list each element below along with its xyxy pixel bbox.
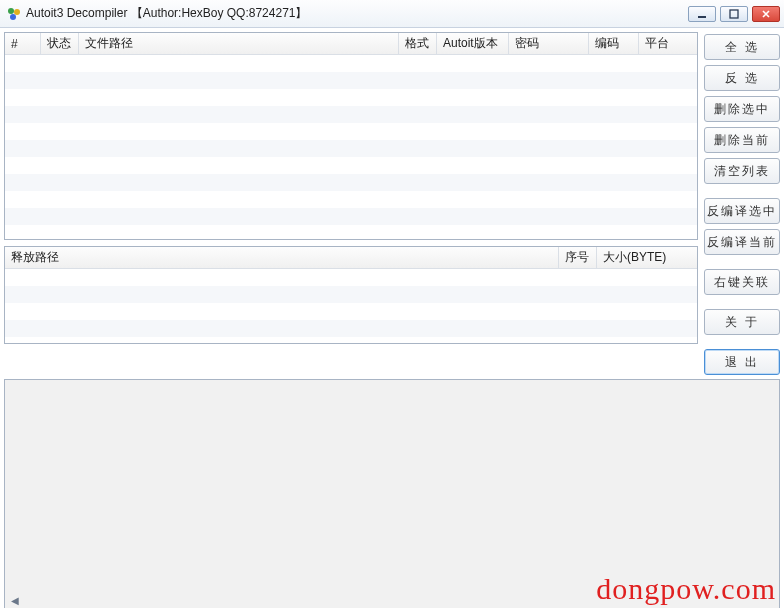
table-row bbox=[5, 191, 697, 208]
col-seq[interactable]: 序号 bbox=[559, 247, 597, 268]
rclick-assoc-button[interactable]: 右键关联 bbox=[704, 269, 780, 295]
table-row bbox=[5, 72, 697, 89]
table-row bbox=[5, 89, 697, 106]
app-icon bbox=[6, 6, 22, 22]
col-autoit-version[interactable]: Autoit版本 bbox=[437, 33, 509, 54]
table-row bbox=[5, 208, 697, 225]
release-listview[interactable]: 释放路径 序号 大小(BYTE) bbox=[4, 246, 698, 344]
table-row bbox=[5, 174, 697, 191]
col-encoding[interactable]: 编码 bbox=[589, 33, 639, 54]
scroll-left-icon[interactable]: ◀ bbox=[8, 593, 22, 607]
minimize-button[interactable] bbox=[688, 6, 716, 22]
col-num[interactable]: # bbox=[5, 33, 41, 54]
table-row bbox=[5, 55, 697, 72]
workarea: # 状态 文件路径 格式 Autoit版本 密码 编码 平台 bbox=[0, 28, 784, 379]
exit-button[interactable]: 退 出 bbox=[704, 349, 780, 375]
table-row bbox=[5, 157, 697, 174]
close-button[interactable] bbox=[752, 6, 780, 22]
release-listview-header: 释放路径 序号 大小(BYTE) bbox=[5, 247, 697, 269]
table-row bbox=[5, 106, 697, 123]
delete-current-button[interactable]: 删除当前 bbox=[704, 127, 780, 153]
release-listview-body[interactable] bbox=[5, 269, 697, 337]
svg-rect-4 bbox=[730, 10, 738, 18]
col-format[interactable]: 格式 bbox=[399, 33, 437, 54]
table-row bbox=[5, 286, 697, 303]
file-listview-header: # 状态 文件路径 格式 Autoit版本 密码 编码 平台 bbox=[5, 33, 697, 55]
output-panel[interactable]: ◀ bbox=[4, 379, 780, 608]
col-status[interactable]: 状态 bbox=[41, 33, 79, 54]
about-button[interactable]: 关 于 bbox=[704, 309, 780, 335]
table-row bbox=[5, 303, 697, 320]
decompile-selected-button[interactable]: 反编译选中 bbox=[704, 198, 780, 224]
table-row bbox=[5, 269, 697, 286]
table-row bbox=[5, 140, 697, 157]
col-platform[interactable]: 平台 bbox=[639, 33, 697, 54]
right-column: 全 选 反 选 删除选中 删除当前 清空列表 反编译选中 反编译当前 右键关联 … bbox=[704, 32, 780, 375]
clear-list-button[interactable]: 清空列表 bbox=[704, 158, 780, 184]
svg-point-1 bbox=[14, 9, 20, 15]
window-title: Autoit3 Decompiler 【Author:HexBoy QQ:872… bbox=[26, 5, 688, 22]
col-size-byte[interactable]: 大小(BYTE) bbox=[597, 247, 697, 268]
svg-rect-3 bbox=[698, 16, 706, 18]
window-controls bbox=[688, 6, 780, 22]
svg-point-0 bbox=[8, 8, 14, 14]
maximize-button[interactable] bbox=[720, 6, 748, 22]
table-row bbox=[5, 320, 697, 337]
file-listview-body[interactable] bbox=[5, 55, 697, 225]
left-column: # 状态 文件路径 格式 Autoit版本 密码 编码 平台 bbox=[4, 32, 698, 375]
invert-select-button[interactable]: 反 选 bbox=[704, 65, 780, 91]
decompile-current-button[interactable]: 反编译当前 bbox=[704, 229, 780, 255]
titlebar: Autoit3 Decompiler 【Author:HexBoy QQ:872… bbox=[0, 0, 784, 28]
table-row bbox=[5, 123, 697, 140]
svg-point-2 bbox=[10, 14, 16, 20]
col-filepath[interactable]: 文件路径 bbox=[79, 33, 399, 54]
col-release-path[interactable]: 释放路径 bbox=[5, 247, 559, 268]
select-all-button[interactable]: 全 选 bbox=[704, 34, 780, 60]
file-listview[interactable]: # 状态 文件路径 格式 Autoit版本 密码 编码 平台 bbox=[4, 32, 698, 240]
delete-selected-button[interactable]: 删除选中 bbox=[704, 96, 780, 122]
col-password[interactable]: 密码 bbox=[509, 33, 589, 54]
